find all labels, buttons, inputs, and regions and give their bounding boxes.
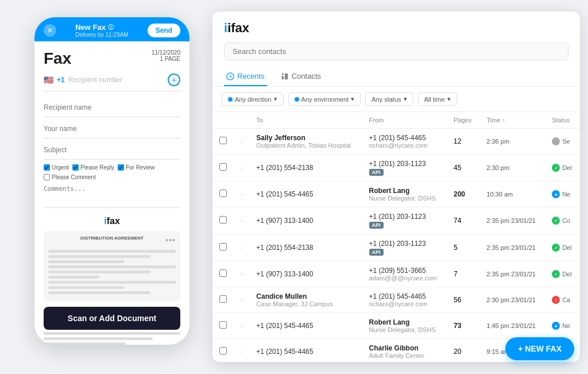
doc-options-icon[interactable]: ••• <box>165 236 176 245</box>
chevron-down-icon: ▾ <box>351 95 354 103</box>
row-to: Sally JeffersonOutpatient Admin, Tobias … <box>249 129 362 155</box>
table-row[interactable]: ›+1 (201) 554-2138+1 (201) 203-1123API45… <box>212 155 580 182</box>
clock-icon <box>226 72 234 80</box>
fax-table: To From Pages Time ↑ Status ›Sally Jeffe… <box>212 112 580 362</box>
col-to: To <box>249 112 362 129</box>
svg-rect-1 <box>281 73 284 75</box>
filter-time[interactable]: All time ▾ <box>418 92 457 106</box>
row-checkbox[interactable] <box>219 321 227 329</box>
fax-table-container: To From Pages Time ↑ Status ›Sally Jeffe… <box>212 112 580 362</box>
row-from: +1 (201) 545-4465richaro@nycare.com <box>362 129 447 155</box>
scan-add-document-button[interactable]: Scan or Add Document <box>44 307 180 330</box>
plus-one-label: +1 <box>57 76 65 84</box>
table-row[interactable]: ›+1 (907) 313-1400+1 (201) 203-1123API74… <box>212 207 580 234</box>
row-from: Robert LangNurse Delegator, DSHS <box>362 313 447 339</box>
row-checkbox[interactable] <box>219 295 227 303</box>
status-dot: ✓ <box>552 217 560 225</box>
row-checkbox-cell <box>212 287 234 313</box>
row-to: +1 (201) 554-2138 <box>249 234 362 261</box>
row-checkbox[interactable] <box>219 137 227 144</box>
row-to: +1 (907) 313-1400 <box>249 261 362 287</box>
row-chevron-icon: › <box>234 155 249 182</box>
row-time: 2:35 pm 23/01/21 <box>479 207 545 234</box>
flag-icon: 🇺🇸 <box>44 75 53 84</box>
checkbox-please-comment[interactable]: Please Comment <box>44 174 96 180</box>
doc-content-preview <box>48 250 176 294</box>
phone-mockup: ✕ New Fax ⓘ Delivery by 11:29AM Send Fax… <box>34 17 189 345</box>
row-time: 1:45 pm 23/01/21 <box>479 313 545 339</box>
row-chevron-icon: › <box>234 261 249 287</box>
row-chevron-icon: › <box>234 234 249 261</box>
row-to: Candice MullenCase Manager, 3J Campus <box>249 287 362 313</box>
info-icon: ⓘ <box>108 24 114 32</box>
recipient-placeholder: Recipient number <box>68 76 164 84</box>
subject-input[interactable] <box>44 146 180 154</box>
desktop-header: iifax Recents Contacts <box>212 11 580 87</box>
row-time: 2:30 pm <box>479 155 545 182</box>
row-checkbox-cell <box>212 234 234 261</box>
phone-header: ✕ New Fax ⓘ Delivery by 11:29AM Send <box>34 17 189 41</box>
row-chevron-icon: › <box>234 313 249 339</box>
filter-status[interactable]: Any status ▾ <box>365 92 413 106</box>
app-logo: iifax <box>224 21 568 36</box>
checkbox-for-review[interactable]: For Review <box>118 164 155 171</box>
row-checkbox[interactable] <box>219 190 227 197</box>
row-status: ●Ne <box>545 182 580 207</box>
col-from: From <box>362 112 447 129</box>
phone-content: Fax 11/12/2020 1 PAGE 🇺🇸 +1 Recipient nu… <box>34 41 189 345</box>
filter-environment[interactable]: Any environment ▾ <box>288 92 361 106</box>
row-from: +1 (201) 203-1123API <box>362 207 447 234</box>
col-status: Status <box>545 112 580 129</box>
search-input[interactable] <box>224 43 568 60</box>
checkbox-urgent[interactable]: Urgent <box>44 164 69 171</box>
your-name-input[interactable] <box>44 125 180 133</box>
close-button[interactable]: ✕ <box>44 24 56 37</box>
phone-title: New Fax ⓘ <box>75 23 128 32</box>
table-row[interactable]: ›+1 (907) 313-1400+1 (209) 551-3665adam@… <box>212 261 580 287</box>
status-dot: ● <box>552 322 560 330</box>
row-pages: 73 <box>447 313 479 339</box>
mobile-ifax-logo: ifax <box>44 216 180 226</box>
document-preview: ••• DISTRIBUTION AGREEMENT <box>44 231 180 301</box>
tab-recents[interactable]: Recents <box>224 67 267 86</box>
direction-dot <box>228 97 233 102</box>
status-dot <box>552 137 560 145</box>
row-pages: 200 <box>447 182 479 207</box>
row-time: 10:30 am <box>479 182 545 207</box>
filter-direction[interactable]: Any direction ▾ <box>222 92 284 106</box>
status-dot: ✓ <box>552 244 560 252</box>
send-button[interactable]: Send <box>148 24 180 37</box>
row-checkbox[interactable] <box>219 163 227 171</box>
row-checkbox[interactable] <box>219 269 227 277</box>
new-fax-button[interactable]: + NEW FAX <box>505 337 574 360</box>
chevron-down-icon: ▾ <box>274 95 277 103</box>
table-row[interactable]: ›+1 (201) 554-2138+1 (201) 203-1123API52… <box>212 234 580 261</box>
row-pages: 5 <box>447 234 479 261</box>
row-to: +1 (201) 545-4465 <box>249 339 362 363</box>
row-from: +1 (201) 203-1123API <box>362 234 447 261</box>
recipient-name-input[interactable] <box>44 103 180 111</box>
fax-date: 11/12/2020 1 PAGE <box>152 49 180 62</box>
row-from: +1 (209) 551-3665adam@@@nycare.com <box>362 261 447 287</box>
table-row[interactable]: ›Sally JeffersonOutpatient Admin, Tobias… <box>212 129 580 155</box>
table-row[interactable]: ›+1 (201) 545-4465Robert LangNurse Deleg… <box>212 313 580 339</box>
row-checkbox-cell <box>212 313 234 339</box>
row-checkbox-cell <box>212 207 234 234</box>
add-recipient-button[interactable]: + <box>168 74 180 86</box>
row-checkbox-cell <box>212 339 234 363</box>
environment-dot <box>295 97 299 102</box>
col-arrow <box>234 112 249 129</box>
col-checkbox <box>212 112 234 129</box>
table-row[interactable]: ›+1 (201) 545-4465Robert LangNurse Deleg… <box>212 182 580 207</box>
row-checkbox-cell <box>212 261 234 287</box>
col-time: Time ↑ <box>479 112 545 129</box>
row-to: +1 (907) 313-1400 <box>249 207 362 234</box>
chevron-down-icon: ▾ <box>447 95 451 103</box>
tab-contacts[interactable]: Contacts <box>278 67 323 86</box>
row-checkbox[interactable] <box>219 216 227 223</box>
row-checkbox[interactable] <box>219 243 227 250</box>
checkbox-please-reply[interactable]: Please Reply <box>72 164 114 171</box>
table-row[interactable]: ›Candice MullenCase Manager, 3J Campus+1… <box>212 287 580 313</box>
comments-textarea[interactable] <box>44 185 180 208</box>
row-checkbox[interactable] <box>219 347 227 354</box>
